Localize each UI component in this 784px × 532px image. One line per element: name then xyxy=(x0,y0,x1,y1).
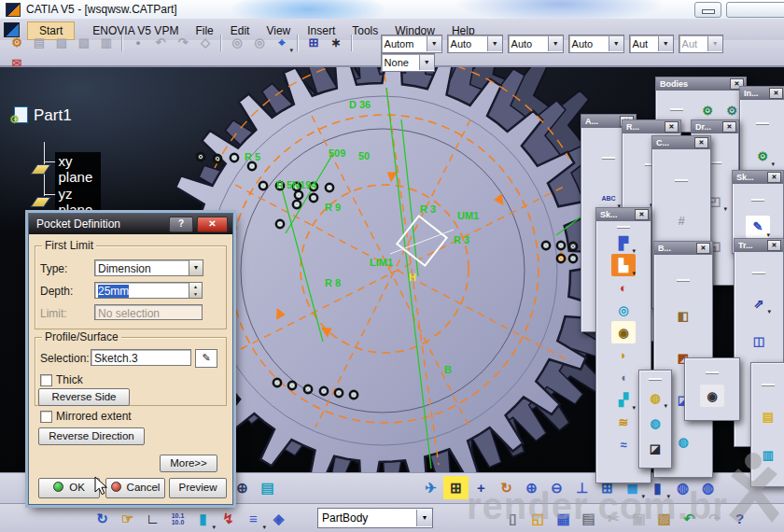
mail-icon[interactable]: ✉ xyxy=(6,53,28,74)
selection-field[interactable]: Sketch.3 xyxy=(91,349,191,366)
compass-icon[interactable]: ⊕ xyxy=(230,476,255,499)
dark-shading-icon[interactable]: ◪ xyxy=(643,438,667,460)
section-icon[interactable]: ▤ xyxy=(756,405,780,427)
dialog-close-icon[interactable]: ✕ xyxy=(197,217,228,232)
fit-all-icon[interactable]: ⊞ xyxy=(443,476,469,499)
properties-icon[interactable]: ▤ xyxy=(28,33,50,53)
cut-icon[interactable]: ✂ xyxy=(601,507,626,530)
zoom-out-icon[interactable]: ⊖ xyxy=(544,476,569,499)
datum-icon[interactable]: ∗ xyxy=(325,33,347,53)
close-icon[interactable]: ✕ xyxy=(696,243,710,254)
catalog-icon[interactable]: ↻ xyxy=(90,507,115,530)
text-annotation-icon[interactable]: ABC▾ xyxy=(596,187,621,209)
toolbar-title-bar[interactable]: R...✕ xyxy=(623,120,680,133)
toolbar-title-bar[interactable]: Dr...✕ xyxy=(692,120,738,133)
mean-dimension-icon[interactable]: 10.1 10.0 xyxy=(165,507,190,530)
view-mode-icon[interactable]: ◍ xyxy=(670,476,695,499)
constraint-dialog-icon[interactable]: # xyxy=(669,209,693,231)
close-icon[interactable]: ✕ xyxy=(767,240,781,251)
toolbar-title-bar[interactable]: B...✕ xyxy=(654,242,712,255)
select-hand-icon[interactable]: ☞ xyxy=(115,507,140,530)
partbody-combo[interactable]: PartBody▼ xyxy=(317,508,433,528)
undo-icon[interactable]: ↶ xyxy=(677,507,702,530)
eraser-icon[interactable]: ◇ xyxy=(194,33,217,53)
loft-icon[interactable]: ≋ xyxy=(611,411,636,433)
pocket-icon[interactable]: ▙▾ xyxy=(611,254,636,276)
toolbar-title-bar[interactable]: Sk...✕ xyxy=(733,171,783,184)
redo-gray-icon[interactable]: ↷ xyxy=(172,33,194,53)
auto-combo-4[interactable]: Aut▼ xyxy=(629,35,674,53)
mirrored-extent-checkbox[interactable] xyxy=(40,411,52,423)
print-icon[interactable]: ▤ xyxy=(576,507,601,530)
pan-icon[interactable]: + xyxy=(469,476,494,499)
minimize-button[interactable] xyxy=(694,2,721,18)
toolbar-grip[interactable] xyxy=(752,272,765,274)
shaft-icon[interactable]: ◐ xyxy=(611,276,636,299)
mirror-icon[interactable]: ◫ xyxy=(747,329,771,352)
partbody-book-icon[interactable]: ◈ xyxy=(266,507,291,530)
toolbar-grip[interactable] xyxy=(649,378,662,381)
toolbar-grip[interactable] xyxy=(762,384,775,386)
new-icon[interactable]: ▯ xyxy=(500,507,525,530)
toolbar-title-bar[interactable]: In...✕ xyxy=(740,87,784,100)
toolbar-title-bar[interactable]: C...✕ xyxy=(652,136,710,149)
sketch-icon[interactable]: ✎▾ xyxy=(746,216,770,238)
close-icon[interactable]: ✕ xyxy=(769,88,783,99)
zoom-in-icon[interactable]: ⊕ xyxy=(519,476,544,499)
removed-loft-icon[interactable]: ≈ xyxy=(611,433,636,455)
type-combo[interactable]: Dimension xyxy=(94,259,189,276)
hole-icon[interactable]: ◉ xyxy=(611,321,636,343)
copy-icon[interactable]: ▣ xyxy=(626,507,651,530)
catalog-browser-icon[interactable]: ≡▾ xyxy=(241,507,266,530)
reverse-direction-button[interactable]: Reverse Direction xyxy=(38,427,145,445)
search-icon[interactable]: ◎ xyxy=(226,33,248,53)
translate-icon[interactable]: ⇗▾ xyxy=(747,292,771,315)
wizard-icon[interactable]: ▨ xyxy=(50,33,73,53)
close-icon[interactable]: ✕ xyxy=(722,121,736,133)
axis-system-icon[interactable]: ∟ xyxy=(140,507,165,530)
reverse-side-button[interactable]: Reverse Side xyxy=(38,388,130,406)
shading-icon[interactable]: ◍ xyxy=(643,413,667,435)
pad-icon[interactable]: ▛▾ xyxy=(611,231,636,254)
ok-button[interactable]: OK xyxy=(38,478,100,498)
auto-combo-6[interactable]: None▼ xyxy=(381,53,435,72)
union-trim-icon[interactable]: ◍ xyxy=(671,430,695,453)
auto-combo-5[interactable]: Aut▼ xyxy=(679,35,723,53)
auto-combo-1[interactable]: Auto▼ xyxy=(447,35,503,53)
dialog-help-button[interactable]: ? xyxy=(169,217,193,232)
depth-input[interactable]: 25mm xyxy=(94,282,189,299)
tree-root-part1[interactable]: ⚙Part1 xyxy=(9,106,72,125)
close-icon[interactable]: ✕ xyxy=(665,121,679,133)
toolbar-grip[interactable] xyxy=(617,226,630,229)
redo-icon[interactable]: ↷ xyxy=(702,507,727,530)
gear-feature-icon[interactable]: ⚙▾ xyxy=(750,145,775,167)
assemble-icon[interactable]: ◧ xyxy=(671,304,695,327)
grid-pick-icon[interactable]: ⊞ xyxy=(302,33,325,53)
partbody-arrow-icon[interactable]: ▼ xyxy=(416,510,432,526)
more-button[interactable]: More>> xyxy=(160,455,217,472)
workbench-icon[interactable]: ⚙ xyxy=(6,33,28,53)
depth-spinner[interactable]: ▲▼ xyxy=(189,282,203,299)
auto-combo-0[interactable]: Autom▼ xyxy=(381,35,442,53)
close-icon[interactable]: ✕ xyxy=(694,137,708,148)
cancel-button[interactable]: Cancel xyxy=(105,478,165,498)
toolbar-title-bar[interactable]: Tr...✕ xyxy=(735,239,783,252)
tree-item-xy-plane[interactable]: xy plane xyxy=(34,152,101,186)
toolbar-title-bar[interactable]: Bodies✕ xyxy=(656,77,746,91)
turbine-icon[interactable]: ▮▾ xyxy=(190,507,216,530)
open-icon[interactable]: ◱ xyxy=(525,507,551,530)
binoculars-icon[interactable]: ⌖▾ xyxy=(271,33,293,53)
paste-icon[interactable]: ▨ xyxy=(651,507,677,530)
rib-icon[interactable]: ◗ xyxy=(611,343,636,366)
camera-icon[interactable]: ◉ xyxy=(700,385,724,407)
save-icon[interactable]: ▦ xyxy=(551,507,576,530)
dot-icon[interactable]: • xyxy=(127,33,149,53)
preview-button[interactable]: Preview xyxy=(169,478,227,498)
auto-combo-3[interactable]: Auto▼ xyxy=(568,35,624,53)
type-combo-arrow-icon[interactable]: ▼ xyxy=(189,259,203,276)
powercopy-icon[interactable]: ↯ xyxy=(216,507,241,530)
rotate-icon[interactable]: ↻ xyxy=(494,476,519,499)
toolbar-grip[interactable] xyxy=(756,122,769,125)
close-icon[interactable]: ✕ xyxy=(635,209,649,220)
search-doc-icon[interactable]: ◎ xyxy=(248,33,271,53)
